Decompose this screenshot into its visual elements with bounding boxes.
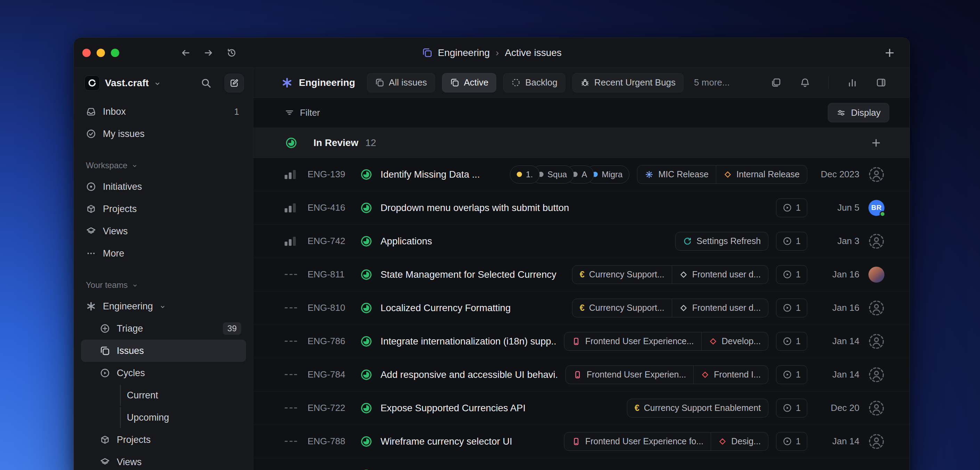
- project-milestone-pill[interactable]: Frontend User Experience... Develop...: [564, 332, 768, 351]
- in-review-status-icon[interactable]: [360, 202, 372, 214]
- assignee-avatar-unassigned[interactable]: [869, 400, 885, 416]
- issue-row[interactable]: ENG-722 Expose Supported Currencies API …: [253, 392, 910, 425]
- new-tab-plus-icon[interactable]: [884, 47, 896, 59]
- issue-title[interactable]: Localized Currency Formatting: [380, 303, 511, 314]
- new-issue-button[interactable]: [224, 74, 244, 92]
- sidebar-item-cycle-upcoming[interactable]: Upcoming: [81, 406, 246, 429]
- assignee-avatar-unassigned[interactable]: [869, 367, 885, 383]
- cycle-badge[interactable]: 1: [776, 332, 807, 351]
- sidebar-item-cycle-current[interactable]: Current: [81, 384, 246, 406]
- label-pill[interactable]: 1.: [510, 166, 540, 183]
- sidebar-item-issues[interactable]: Issues: [81, 339, 246, 362]
- issue-title[interactable]: Integrate internationalization (i18n) su…: [380, 336, 556, 347]
- filter-button[interactable]: Filter: [285, 107, 320, 118]
- issue-row[interactable]: ENG-786 Integrate internationalization (…: [253, 325, 910, 358]
- priority-none-icon[interactable]: [285, 341, 299, 342]
- workspace-name[interactable]: Vast.craft: [105, 78, 149, 89]
- priority-none-icon[interactable]: [285, 274, 299, 275]
- cycle-badge[interactable]: 1: [776, 399, 807, 417]
- priority-none-icon[interactable]: [285, 408, 299, 409]
- add-issue-plus-icon[interactable]: [870, 137, 881, 148]
- priority-none-icon[interactable]: [285, 441, 299, 442]
- minimize-button[interactable]: [97, 49, 105, 57]
- in-review-status-icon[interactable]: [360, 402, 372, 414]
- priority-bars-icon[interactable]: [285, 237, 299, 246]
- forward-icon[interactable]: [203, 48, 214, 58]
- workspace-switcher[interactable]: Vast.craft: [81, 72, 246, 94]
- project-milestone-pill[interactable]: Frontend User Experience fo... Desig...: [564, 432, 768, 451]
- in-review-status-icon[interactable]: [360, 436, 372, 448]
- issue-title[interactable]: Applications: [380, 236, 432, 247]
- priority-none-icon[interactable]: [285, 307, 299, 309]
- zoom-button[interactable]: [111, 49, 119, 57]
- issue-row[interactable]: ENG-416 Dropdown menu overlaps with subm…: [253, 191, 910, 225]
- side-panel-icon[interactable]: [876, 77, 886, 88]
- cycle-badge[interactable]: 1: [776, 432, 807, 451]
- stack-icon[interactable]: [771, 77, 781, 88]
- issue-row[interactable]: ENG-811 State Management for Selected Cu…: [253, 258, 910, 291]
- cycle-badge[interactable]: 1: [776, 265, 807, 284]
- sidebar-item-inbox[interactable]: Inbox 1: [81, 100, 246, 123]
- in-review-status-icon[interactable]: [360, 302, 372, 314]
- project-milestone-pill[interactable]: € Currency Support... Frontend user d...: [572, 299, 768, 317]
- issue-title[interactable]: State Management for Selected Currency: [380, 269, 556, 280]
- issue-row[interactable]: ENG-139 Identify Missing Data ... 1.: [253, 158, 910, 191]
- assignee-avatar-photo[interactable]: [869, 267, 885, 283]
- in-review-status-icon[interactable]: [360, 235, 372, 247]
- more-tabs-button[interactable]: 5 more...: [694, 77, 730, 88]
- cycle-badge[interactable]: 1: [776, 199, 807, 217]
- issue-title[interactable]: Identify Missing Data ...: [380, 169, 480, 180]
- project-pill[interactable]: € Currency Support Enablement: [627, 399, 768, 417]
- close-button[interactable]: [82, 49, 91, 57]
- project-milestone-pill[interactable]: Frontend User Experien... Frontend I...: [565, 365, 768, 384]
- section-workspace[interactable]: Workspace: [81, 159, 246, 171]
- assignee-avatar-unassigned[interactable]: [869, 333, 885, 349]
- cycle-badge[interactable]: 1: [776, 299, 807, 317]
- issue-row[interactable]: ENG-810 Localized Currency Formatting € …: [253, 291, 910, 325]
- sidebar-item-more[interactable]: More: [81, 242, 246, 264]
- sidebar-item-triage[interactable]: Triage 39: [81, 317, 246, 339]
- assignee-avatar[interactable]: BR: [869, 200, 885, 216]
- issue-title[interactable]: Expose Supported Currencies API: [380, 403, 525, 414]
- cycle-badge[interactable]: 1: [776, 232, 807, 251]
- section-your-teams[interactable]: Your teams: [81, 279, 246, 291]
- priority-none-icon[interactable]: [285, 374, 299, 376]
- team-header-engineering[interactable]: Engineering: [281, 77, 355, 89]
- sidebar-item-my-issues[interactable]: My issues: [81, 123, 246, 145]
- tab-recent-urgent-bugs[interactable]: Recent Urgent Bugs: [572, 73, 684, 92]
- assignee-avatar-unassigned[interactable]: [869, 167, 885, 183]
- tab-active[interactable]: Active: [442, 73, 496, 92]
- sidebar-item-initiatives[interactable]: Initiatives: [81, 175, 246, 198]
- project-pill[interactable]: Settings Refresh: [675, 232, 768, 251]
- sidebar-item-cycles[interactable]: Cycles: [81, 362, 246, 384]
- back-icon[interactable]: [180, 48, 191, 58]
- in-review-status-icon[interactable]: [360, 335, 372, 347]
- tab-all-issues[interactable]: All issues: [367, 73, 435, 92]
- cycle-badge[interactable]: 1: [776, 365, 807, 384]
- search-icon[interactable]: [200, 78, 212, 89]
- issue-title[interactable]: Dropdown menu overlaps with submit butto…: [380, 202, 569, 213]
- issue-row[interactable]: ENG-788 Wireframe currency selector UI F…: [253, 425, 910, 458]
- issue-title[interactable]: Wireframe currency selector UI: [380, 436, 512, 447]
- sidebar-item-team-engineering[interactable]: Engineering: [81, 295, 246, 317]
- issue-title[interactable]: Add responsive and accessible UI behavi.…: [380, 369, 557, 380]
- assignee-avatar-unassigned[interactable]: [869, 233, 885, 249]
- sidebar-item-team-projects[interactable]: Projects: [81, 429, 246, 451]
- sidebar-item-projects[interactable]: Projects: [81, 198, 246, 220]
- priority-bars-icon[interactable]: [285, 203, 299, 212]
- tab-backlog[interactable]: Backlog: [503, 73, 565, 92]
- history-icon[interactable]: [226, 48, 237, 58]
- insights-chart-icon[interactable]: [847, 77, 858, 88]
- in-review-status-icon[interactable]: [360, 169, 372, 180]
- breadcrumb-team[interactable]: Engineering: [438, 47, 490, 58]
- issue-row-partial[interactable]: [253, 458, 910, 470]
- breadcrumb-page[interactable]: Active issues: [505, 47, 562, 58]
- sidebar-item-views[interactable]: Views: [81, 220, 246, 242]
- project-milestone-pill[interactable]: € Currency Support... Frontend user d...: [572, 265, 768, 284]
- project-milestone-pill[interactable]: MIC Release Internal Release: [637, 165, 807, 184]
- issue-row[interactable]: ENG-784 Add responsive and accessible UI…: [253, 358, 910, 392]
- assignee-avatar-unassigned[interactable]: [869, 300, 885, 316]
- sidebar-item-team-views[interactable]: Views: [81, 451, 246, 470]
- in-review-status-icon[interactable]: [360, 269, 372, 280]
- in-review-status-icon[interactable]: [360, 369, 372, 381]
